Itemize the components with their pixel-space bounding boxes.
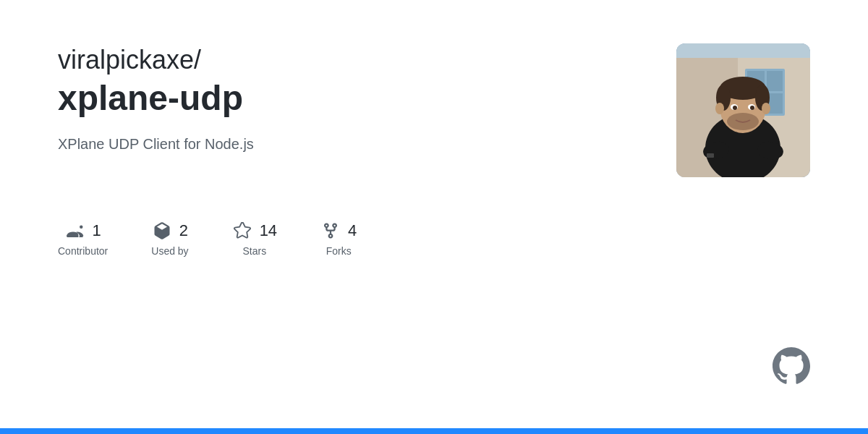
svg-point-20 — [733, 106, 737, 110]
main-content: viralpickaxe/ xplane-udp XPlane UDP Clie… — [0, 0, 868, 428]
bottom-bar — [0, 428, 868, 434]
stat-forks[interactable]: 4 Forks — [320, 221, 357, 257]
used-by-label: Used by — [151, 245, 188, 257]
svg-rect-5 — [767, 71, 783, 91]
star-icon — [232, 221, 252, 241]
contributor-label: Contributor — [58, 245, 108, 257]
stat-contributor[interactable]: 1 Contributor — [58, 221, 108, 257]
stat-used-by[interactable]: 2 Used by — [151, 221, 188, 257]
repo-description: XPlane UDP Client for Node.js — [58, 136, 254, 153]
svg-point-17 — [762, 103, 770, 114]
package-icon — [152, 221, 172, 241]
fork-icon — [320, 221, 341, 241]
stats-row: 1 Contributor 2 Used by — [58, 221, 810, 257]
svg-rect-23 — [707, 153, 714, 158]
stars-label: Stars — [243, 245, 267, 257]
title-section: viralpickaxe/ xplane-udp XPlane UDP Clie… — [58, 43, 254, 153]
forks-label: Forks — [326, 245, 352, 257]
svg-point-21 — [750, 106, 754, 110]
svg-point-16 — [715, 103, 724, 114]
stat-forks-top: 4 — [320, 221, 357, 241]
avatar — [676, 43, 810, 177]
stat-stars[interactable]: 14 Stars — [232, 221, 277, 257]
stat-stars-top: 14 — [232, 221, 277, 241]
avatar-image — [676, 43, 810, 177]
repo-name[interactable]: xplane-udp — [58, 77, 254, 119]
contributor-count: 1 — [93, 221, 101, 240]
stat-used-by-top: 2 — [152, 221, 188, 241]
github-logo[interactable] — [773, 347, 810, 385]
header-row: viralpickaxe/ xplane-udp XPlane UDP Clie… — [58, 43, 810, 177]
forks-count: 4 — [348, 221, 357, 240]
stars-count: 14 — [260, 221, 277, 240]
avatar-svg — [676, 43, 810, 177]
stat-contributor-top: 1 — [65, 221, 101, 241]
contributor-icon — [65, 221, 85, 241]
repo-owner[interactable]: viralpickaxe/ — [58, 43, 254, 77]
used-by-count: 2 — [179, 221, 188, 240]
